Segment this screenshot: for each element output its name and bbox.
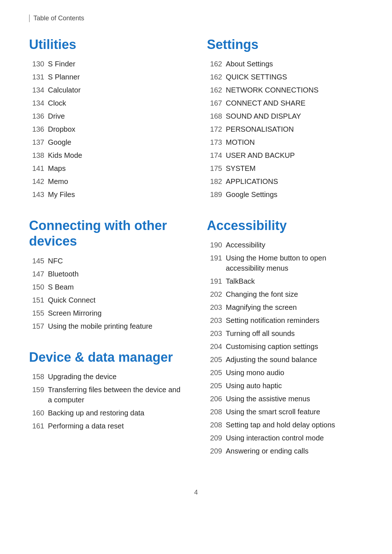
toc-page-number: 162 <box>207 59 226 69</box>
toc-item: 162About Settings <box>207 59 363 69</box>
toc-entry-text: Using auto haptic <box>226 381 363 391</box>
toc-entry-text: S Planner <box>48 72 185 82</box>
toc-page-number: 182 <box>207 176 226 186</box>
toc-item: 202Changing the font size <box>207 289 363 299</box>
section-accessibility: Accessibility190Accessibility191Using th… <box>207 218 363 456</box>
toc-page-number: 172 <box>207 124 226 134</box>
toc-item: 182APPLICATIONS <box>207 176 363 186</box>
toc-page-number: 160 <box>29 408 48 418</box>
section-connecting: Connecting with other devices145NFC147Bl… <box>29 218 185 331</box>
toc-item: 205Adjusting the sound balance <box>207 354 363 365</box>
toc-page-number: 137 <box>29 137 48 147</box>
toc-entry-text: NFC <box>48 256 185 266</box>
header-label: Table of Contents <box>29 15 363 22</box>
toc-page-number: 191 <box>207 276 226 286</box>
page-number: 4 <box>29 489 363 496</box>
left-column: Utilities130S Finder131S Planner134Calcu… <box>29 37 185 474</box>
right-column: Settings162About Settings162QUICK SETTIN… <box>207 37 363 474</box>
toc-item: 204Customising caption settings <box>207 341 363 352</box>
toc-item: 162NETWORK CONNECTIONS <box>207 85 363 95</box>
toc-entry-text: S Beam <box>48 282 185 292</box>
toc-entry-text: SOUND AND DISPLAY <box>226 111 363 121</box>
section-title-accessibility: Accessibility <box>207 218 363 233</box>
toc-item: 167CONNECT AND SHARE <box>207 98 363 108</box>
toc-page-number: 168 <box>207 111 226 121</box>
toc-entry-text: Kids Mode <box>48 150 185 160</box>
toc-page-number: 203 <box>207 328 226 338</box>
toc-entry-text: Using the mobile printing feature <box>48 321 185 331</box>
main-content: Utilities130S Finder131S Planner134Calcu… <box>29 37 363 474</box>
toc-page-number: 155 <box>29 308 48 318</box>
toc-page-number: 162 <box>207 85 226 95</box>
toc-page-number: 134 <box>29 85 48 95</box>
toc-entry-text: Using the smart scroll feature <box>226 407 363 417</box>
toc-page-number: 208 <box>207 420 226 430</box>
toc-entry-text: CONNECT AND SHARE <box>226 98 363 108</box>
toc-item: 189Google Settings <box>207 189 363 200</box>
toc-entry-text: Using the Home button to open accessibil… <box>226 253 363 273</box>
toc-entry-text: MOTION <box>226 137 363 147</box>
toc-item: 209Answering or ending calls <box>207 446 363 456</box>
toc-page-number: 141 <box>29 163 48 173</box>
toc-page-number: 138 <box>29 150 48 160</box>
section-device-data: Device & data manager158Upgrading the de… <box>29 349 185 431</box>
toc-entry-text: PERSONALISATION <box>226 124 363 134</box>
toc-entry-text: Screen Mirroring <box>48 308 185 318</box>
toc-item: 150S Beam <box>29 282 185 292</box>
toc-entry-text: Dropbox <box>48 124 185 134</box>
section-title-device-data: Device & data manager <box>29 349 185 365</box>
toc-page-number: 205 <box>207 354 226 365</box>
toc-page-number: 157 <box>29 321 48 331</box>
toc-entry-text: Calculator <box>48 85 185 95</box>
toc-entry-text: Quick Connect <box>48 295 185 305</box>
toc-entry-text: Using mono audio <box>226 368 363 378</box>
toc-page-number: 175 <box>207 163 226 173</box>
toc-item: 130S Finder <box>29 59 185 69</box>
toc-entry-text: Maps <box>48 163 185 173</box>
toc-page-number: 204 <box>207 341 226 352</box>
toc-page-number: 147 <box>29 269 48 279</box>
toc-page-number: 136 <box>29 124 48 134</box>
toc-item: 136Dropbox <box>29 124 185 134</box>
toc-item: 137Google <box>29 137 185 147</box>
toc-item: 151Quick Connect <box>29 295 185 305</box>
toc-page-number: 159 <box>29 385 48 395</box>
toc-item: 143My Files <box>29 189 185 200</box>
toc-item: 141Maps <box>29 163 185 173</box>
toc-page-number: 136 <box>29 111 48 121</box>
toc-page-number: 134 <box>29 98 48 108</box>
toc-item: 205Using mono audio <box>207 368 363 378</box>
toc-item: 131S Planner <box>29 72 185 82</box>
toc-item: 191TalkBack <box>207 276 363 286</box>
toc-item: 208Using the smart scroll feature <box>207 407 363 417</box>
toc-item: 172PERSONALISATION <box>207 124 363 134</box>
toc-item: 175SYSTEM <box>207 163 363 173</box>
toc-item: 134Calculator <box>29 85 185 95</box>
toc-page-number: 209 <box>207 446 226 456</box>
toc-page-number: 142 <box>29 176 48 186</box>
toc-entry-text: Bluetooth <box>48 269 185 279</box>
section-title-connecting: Connecting with other devices <box>29 218 185 249</box>
toc-page-number: 209 <box>207 433 226 443</box>
toc-item: 203Magnifying the screen <box>207 302 363 312</box>
toc-page-number: 202 <box>207 289 226 299</box>
toc-page-number: 206 <box>207 394 226 404</box>
toc-item: 162QUICK SETTINGS <box>207 72 363 82</box>
toc-entry-text: Drive <box>48 111 185 121</box>
toc-entry-text: About Settings <box>226 59 363 69</box>
toc-page-number: 190 <box>207 240 226 250</box>
toc-item: 203Turning off all sounds <box>207 328 363 338</box>
toc-item: 155Screen Mirroring <box>29 308 185 318</box>
toc-entry-text: Changing the font size <box>226 289 363 299</box>
toc-item: 191Using the Home button to open accessi… <box>207 253 363 273</box>
toc-page-number: 174 <box>207 150 226 160</box>
toc-item: 205Using auto haptic <box>207 381 363 391</box>
toc-page-number: 173 <box>207 137 226 147</box>
toc-page-number: 130 <box>29 59 48 69</box>
toc-page-number: 158 <box>29 372 48 382</box>
toc-item: 136Drive <box>29 111 185 121</box>
toc-page-number: 131 <box>29 72 48 82</box>
toc-entry-text: Memo <box>48 176 185 186</box>
toc-item: 209Using interaction control mode <box>207 433 363 443</box>
toc-entry-text: QUICK SETTINGS <box>226 72 363 82</box>
